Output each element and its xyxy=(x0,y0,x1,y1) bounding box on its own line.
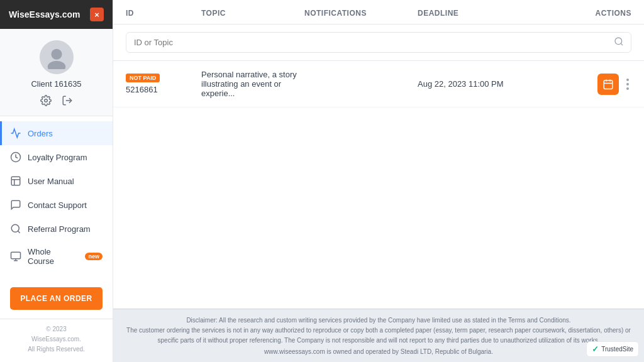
order-deadline: Aug 22, 2023 11:00 PM xyxy=(418,79,543,89)
site-logo: WiseEssays.com xyxy=(9,9,80,19)
client-name: Client 161635 xyxy=(31,79,81,89)
order-topic: Personal narrative, a story illustrating… xyxy=(201,70,304,98)
svg-line-14 xyxy=(621,43,623,45)
whole-course-label: Whole Course xyxy=(28,247,76,266)
sidebar-item-user-manual[interactable]: User Manual xyxy=(0,169,113,193)
order-id: 5216861 xyxy=(126,85,201,94)
whole-course-icon xyxy=(10,251,21,262)
table-header-row: ID TOPIC NOTIFICATIONS DEADLINE ACTIONS xyxy=(113,0,644,25)
svg-rect-15 xyxy=(604,80,613,89)
sidebar-item-referral-program[interactable]: Referral Program xyxy=(0,217,113,241)
loyalty-label: Loyalty Program xyxy=(28,153,87,162)
sidebar-item-contact-support[interactable]: Contact Support xyxy=(0,193,113,217)
trusted-site-label: TrustedSite xyxy=(601,346,633,353)
sidebar-footer: © 2023 WiseEssays.com. All Rights Reserv… xyxy=(0,319,113,362)
trusted-check-icon: ✓ xyxy=(592,344,599,354)
footer-line3: All Rights Reserved. xyxy=(6,344,106,354)
order-id-cell: NOT PAID 5216861 xyxy=(126,74,201,94)
sidebar-header: WiseEssays.com × xyxy=(0,0,113,29)
dot2 xyxy=(626,83,629,85)
col-actions: ACTIONS xyxy=(543,9,631,18)
profile-section: Client 161635 xyxy=(0,29,113,116)
svg-point-8 xyxy=(11,224,19,232)
svg-point-0 xyxy=(51,49,62,60)
col-deadline: DEADLINE xyxy=(418,9,543,18)
svg-rect-5 xyxy=(11,177,20,185)
sidebar-item-loyalty-program[interactable]: Loyalty Program xyxy=(0,145,113,169)
disclaimer-line2: The customer ordering the services is no… xyxy=(126,326,631,346)
svg-line-9 xyxy=(18,231,19,233)
col-id: ID xyxy=(126,9,201,18)
svg-rect-10 xyxy=(11,252,21,259)
place-order-button[interactable]: PLACE AN ORDER xyxy=(10,287,103,310)
contact-support-label: Contact Support xyxy=(28,200,87,210)
contact-support-icon xyxy=(10,199,21,211)
trusted-site-badge: ✓ TrustedSite xyxy=(586,341,639,357)
user-manual-label: User Manual xyxy=(28,177,74,186)
new-badge: new xyxy=(85,253,103,260)
more-options-button[interactable] xyxy=(624,76,631,92)
col-notifications: NOTIFICATIONS xyxy=(304,9,418,18)
svg-point-13 xyxy=(615,38,622,45)
col-topic: TOPIC xyxy=(201,9,304,18)
orders-icon xyxy=(10,128,21,139)
settings-icon[interactable] xyxy=(40,95,52,108)
disclaimer-line3: www.wiseessays.com is owned and operated… xyxy=(126,347,631,357)
search-input[interactable] xyxy=(126,32,631,53)
svg-point-1 xyxy=(47,61,65,69)
sidebar-nav: Orders Loyalty Program User Manual xyxy=(0,116,113,281)
close-button[interactable]: × xyxy=(90,8,104,21)
dot3 xyxy=(626,87,629,90)
search-icon xyxy=(614,36,624,49)
user-manual-icon xyxy=(10,175,21,187)
referral-icon xyxy=(10,223,21,234)
referral-label: Referral Program xyxy=(28,224,91,234)
dot1 xyxy=(626,79,629,81)
calendar-button[interactable] xyxy=(597,74,619,95)
sidebar-item-orders[interactable]: Orders xyxy=(0,121,113,145)
loyalty-icon xyxy=(10,151,21,163)
sidebar-item-whole-course[interactable]: Whole Course new xyxy=(0,241,113,272)
disclaimer: Disclaimer: All the research and custom … xyxy=(113,309,644,362)
search-bar xyxy=(113,25,644,61)
order-actions xyxy=(543,74,631,95)
main-content: ID TOPIC NOTIFICATIONS DEADLINE ACTIONS … xyxy=(113,0,644,362)
not-paid-badge: NOT PAID xyxy=(126,74,160,82)
profile-actions xyxy=(40,95,73,108)
avatar xyxy=(40,40,74,74)
orders-table: ID TOPIC NOTIFICATIONS DEADLINE ACTIONS … xyxy=(113,0,644,309)
table-row: NOT PAID 5216861 Personal narrative, a s… xyxy=(113,61,644,107)
footer-line1: © 2023 xyxy=(6,324,106,334)
orders-label: Orders xyxy=(28,129,53,138)
disclaimer-line1: Disclaimer: All the research and custom … xyxy=(126,315,631,326)
footer-line2: WiseEssays.com. xyxy=(6,334,106,344)
logout-icon[interactable] xyxy=(62,95,73,108)
svg-point-2 xyxy=(44,99,47,102)
sidebar: WiseEssays.com × Client 161635 xyxy=(0,0,113,362)
